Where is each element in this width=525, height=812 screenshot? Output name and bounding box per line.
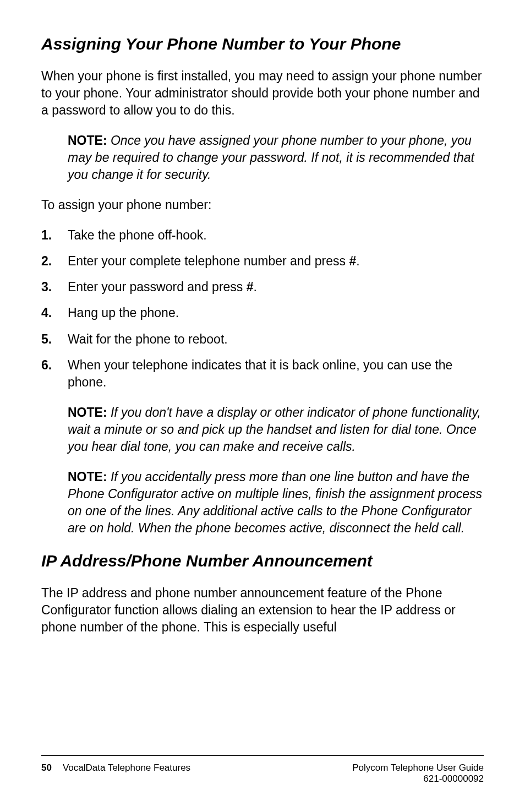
section-heading-ip-address: IP Address/Phone Number Announcement <box>41 550 484 571</box>
list-number: 2. <box>41 253 68 270</box>
list-number: 4. <box>41 304 68 321</box>
note-block-2: NOTE: If you don't have a display or oth… <box>68 404 484 455</box>
page-footer: 50 VocalData Telephone Features Polycom … <box>41 755 484 784</box>
step-text-post: . <box>356 254 359 268</box>
footer-left-text: VocalData Telephone Features <box>63 762 190 784</box>
list-content: Enter your complete telephone number and… <box>68 253 484 270</box>
step-text-pre: Enter your password and press <box>68 280 247 294</box>
note-block-3: NOTE: If you accidentally press more tha… <box>68 468 484 537</box>
footer-right-line2: 621-00000092 <box>352 773 484 784</box>
list-item: 3. Enter your password and press #. <box>41 279 484 296</box>
note-block-1: NOTE: Once you have assigned your phone … <box>68 132 484 183</box>
list-intro: To assign your phone number: <box>41 197 484 214</box>
list-content: Enter your password and press #. <box>68 279 484 296</box>
section-heading-assigning: Assigning Your Phone Number to Your Phon… <box>41 33 484 55</box>
footer-left: 50 VocalData Telephone Features <box>41 762 190 784</box>
hash-key: # <box>349 254 356 268</box>
intro-paragraph: When your phone is first installed, you … <box>41 68 484 119</box>
footer-row: 50 VocalData Telephone Features Polycom … <box>41 762 484 784</box>
page-number: 50 <box>41 762 52 784</box>
list-item: 1. Take the phone off-hook. <box>41 227 484 244</box>
list-item: 6. When your telephone indicates that it… <box>41 357 484 391</box>
list-content: Wait for the phone to reboot. <box>68 331 484 348</box>
list-content: When your telephone indicates that it is… <box>68 357 484 391</box>
list-number: 3. <box>41 279 68 296</box>
steps-list: 1. Take the phone off-hook. 2. Enter you… <box>41 227 484 390</box>
note-label: NOTE: <box>68 470 107 484</box>
list-content: Take the phone off-hook. <box>68 227 484 244</box>
note-label: NOTE: <box>68 133 107 148</box>
list-item: 2. Enter your complete telephone number … <box>41 253 484 270</box>
note-label: NOTE: <box>68 405 107 419</box>
footer-right: Polycom Telephone User Guide 621-0000009… <box>352 762 484 784</box>
list-item: 5. Wait for the phone to reboot. <box>41 331 484 348</box>
note-text: If you accidentally press more than one … <box>68 470 482 535</box>
list-number: 6. <box>41 357 68 391</box>
list-content: Hang up the phone. <box>68 304 484 321</box>
footer-right-line1: Polycom Telephone User Guide <box>352 762 484 773</box>
list-item: 4. Hang up the phone. <box>41 304 484 321</box>
body-paragraph-2: The IP address and phone number announce… <box>41 585 484 636</box>
note-text: Once you have assigned your phone number… <box>68 133 474 182</box>
hash-key: # <box>247 280 254 294</box>
note-text: If you don't have a display or other ind… <box>68 405 481 454</box>
list-number: 5. <box>41 331 68 348</box>
step-text-pre: Enter your complete telephone number and… <box>68 254 349 268</box>
step-text-post: . <box>254 280 257 294</box>
list-number: 1. <box>41 227 68 244</box>
footer-rule <box>41 755 484 756</box>
